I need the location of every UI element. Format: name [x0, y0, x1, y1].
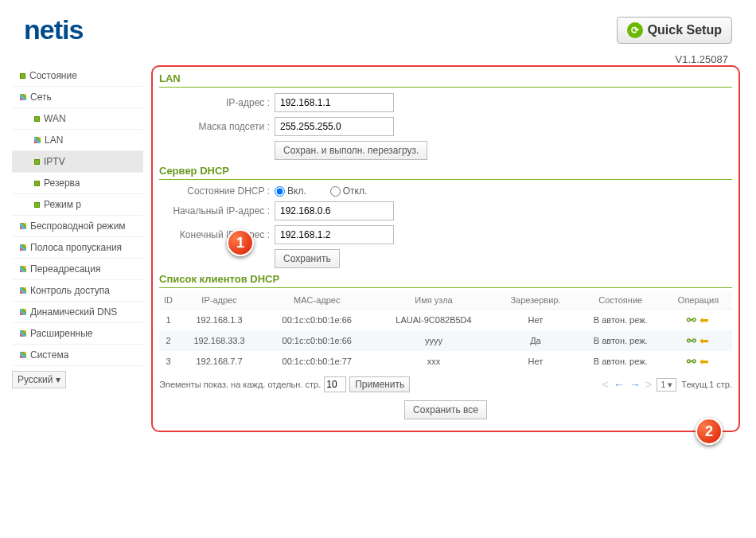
- link-icon[interactable]: ⚯: [687, 314, 696, 326]
- sidebar-item-bandwidth[interactable]: Полоса пропускания: [12, 237, 143, 259]
- radio-input[interactable]: [330, 186, 341, 197]
- per-page-label: Элементы показ. на кажд. отдельн. стр.: [159, 380, 321, 389]
- sidebar-item-wan[interactable]: WAN: [12, 108, 143, 130]
- sidebar-item-forwarding[interactable]: Переадресация: [12, 259, 143, 280]
- sidebar-item-label: Контроль доступа: [30, 285, 110, 296]
- lan-mask-input[interactable]: [275, 117, 394, 136]
- quick-setup-label: Quick Setup: [648, 23, 722, 37]
- logo: netis: [24, 14, 89, 45]
- lan-ip-input[interactable]: [275, 93, 394, 112]
- sidebar-item-label: Динамический DNS: [30, 306, 117, 318]
- bullet-icon: [34, 137, 41, 143]
- col-state: Состояние: [576, 291, 664, 310]
- sidebar-item-label: LAN: [45, 134, 63, 146]
- clients-section-title: Список клиентов DHCP: [159, 271, 732, 288]
- language-label: Русский: [18, 374, 53, 385]
- cell-host: LAUAI-9C082B5D4: [373, 310, 495, 331]
- last-page-icon[interactable]: >: [645, 378, 652, 391]
- arrow-left-icon[interactable]: ⬅: [699, 314, 709, 326]
- bullet-icon: [20, 73, 25, 79]
- refresh-icon: ⟳: [627, 22, 643, 38]
- table-row: 3192.168.7.700:1c:c0:b0:1e:77xxxНетВ авт…: [159, 351, 732, 372]
- cell-resv: Да: [494, 330, 576, 351]
- current-page-text: Текущ.1 стр.: [681, 380, 732, 389]
- chevron-down-icon: ▾: [56, 374, 60, 385]
- next-page-icon[interactable]: →: [629, 378, 641, 391]
- sidebar-item-mode[interactable]: Режим р: [12, 194, 143, 216]
- prev-page-icon[interactable]: ←: [614, 378, 625, 391]
- sidebar-item-ddns[interactable]: Динамический DNS: [12, 302, 143, 323]
- bullet-icon: [20, 244, 26, 251]
- sidebar-item-label: Состояние: [29, 70, 77, 81]
- dhcp-start-input[interactable]: [275, 201, 394, 220]
- bullet-icon: [20, 309, 26, 315]
- version-text: V1.1.25087: [0, 53, 756, 65]
- sidebar-item-label: Режим р: [44, 199, 81, 210]
- quick-setup-button[interactable]: ⟳ Quick Setup: [617, 17, 732, 44]
- radio-input[interactable]: [275, 186, 285, 197]
- col-op: Операция: [664, 291, 732, 310]
- cell-resv: Нет: [494, 351, 576, 372]
- page-select[interactable]: 1 ▾: [657, 378, 676, 392]
- ip-label: IP-адрес :: [159, 97, 275, 108]
- sidebar-item-advanced[interactable]: Расширенные: [12, 323, 143, 345]
- sidebar-item-lan[interactable]: LAN: [12, 130, 143, 151]
- sidebar-item-status[interactable]: Состояние: [12, 65, 143, 87]
- sidebar-item-label: Расширенные: [30, 328, 93, 339]
- col-host: Имя узла: [373, 291, 495, 310]
- col-ip: IP-адрес: [177, 291, 261, 310]
- bullet-icon: [20, 330, 26, 337]
- bullet-icon: [34, 116, 40, 122]
- sidebar-item-label: Беспроводной режим: [30, 220, 126, 232]
- sidebar-item-label: Полоса пропускания: [30, 242, 122, 253]
- callout-badge-1: 1: [227, 229, 254, 256]
- cell-resv: Нет: [494, 310, 576, 331]
- link-icon[interactable]: ⚯: [687, 334, 696, 347]
- cell-host: yyyy: [373, 330, 495, 351]
- sidebar-item-wireless[interactable]: Беспроводной режим: [12, 216, 143, 237]
- arrow-left-icon[interactable]: ⬅: [699, 355, 709, 368]
- arrow-left-icon[interactable]: ⬅: [699, 334, 709, 347]
- radio-label: Вкл.: [287, 185, 306, 197]
- sidebar-item-label: WAN: [44, 113, 66, 124]
- dhcp-save-button[interactable]: Сохранить: [275, 249, 340, 268]
- dhcp-start-label: Начальный IP-адрес :: [159, 205, 275, 216]
- bullet-icon: [20, 266, 26, 272]
- sidebar-item-label: Система: [30, 349, 68, 361]
- sidebar: Состояние Сеть WAN LAN IPTV Резерва Режи…: [0, 65, 143, 432]
- first-page-icon[interactable]: <: [602, 378, 609, 391]
- cell-state: В автон. реж.: [576, 310, 664, 331]
- sidebar-item-label: IPTV: [44, 156, 65, 167]
- cell-ip: 192.168.33.3: [177, 330, 261, 351]
- cell-ip: 192.168.1.3: [177, 310, 261, 331]
- sidebar-item-system[interactable]: Система: [12, 345, 143, 366]
- dhcp-on-radio[interactable]: Вкл.: [275, 185, 306, 197]
- sidebar-item-iptv[interactable]: IPTV: [12, 151, 143, 173]
- language-select[interactable]: Русский ▾: [12, 371, 66, 388]
- lan-save-button[interactable]: Сохран. и выполн. перезагруз.: [275, 141, 427, 160]
- dhcp-section-title: Сервер DHCP: [159, 162, 732, 180]
- cell-ip: 192.168.7.7: [177, 351, 261, 372]
- sidebar-item-reserve[interactable]: Резерва: [12, 173, 143, 194]
- cell-id: 3: [159, 351, 177, 372]
- link-icon[interactable]: ⚯: [687, 355, 696, 368]
- sidebar-item-network[interactable]: Сеть: [12, 87, 143, 108]
- save-all-button[interactable]: Сохранить все: [404, 400, 487, 419]
- table-row: 2192.168.33.300:1c:c0:b0:1e:66yyyyДаВ ав…: [159, 330, 732, 351]
- mask-label: Маска подсети :: [159, 121, 275, 132]
- per-page-input[interactable]: [324, 376, 346, 392]
- sidebar-item-access[interactable]: Контроль доступа: [12, 280, 143, 302]
- cell-host: xxx: [373, 351, 495, 372]
- lan-section-title: LAN: [159, 70, 732, 88]
- cell-mac: 00:1c:c0:b0:1e:77: [261, 351, 373, 372]
- apply-button[interactable]: Применить: [349, 376, 410, 392]
- dhcp-off-radio[interactable]: Откл.: [330, 185, 368, 197]
- sidebar-item-label: Резерва: [44, 177, 80, 189]
- cell-id: 2: [159, 330, 177, 351]
- dhcp-end-input[interactable]: [275, 225, 394, 244]
- col-resv: Зарезервир.: [494, 291, 576, 310]
- bullet-icon: [20, 94, 26, 100]
- sidebar-item-label: Переадресация: [30, 263, 100, 275]
- sidebar-item-label: Сеть: [30, 92, 52, 103]
- cell-id: 1: [159, 310, 177, 331]
